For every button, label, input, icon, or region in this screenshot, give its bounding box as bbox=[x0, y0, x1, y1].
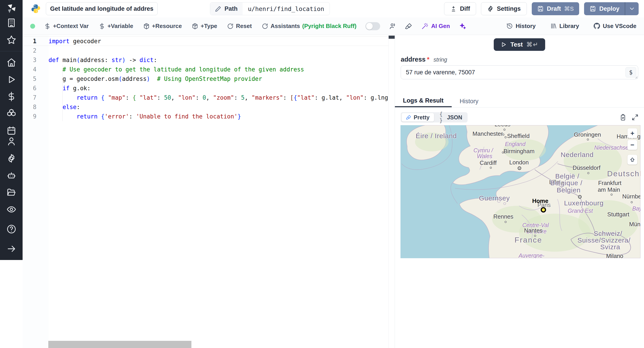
code-line-7[interactable]: 7 return { "map": { "lat": 50, "lon": 0,… bbox=[22, 93, 388, 102]
bot-icon bbox=[6, 170, 16, 180]
sidebar-item-bot[interactable] bbox=[6, 170, 17, 181]
map-reset-view-button[interactable] bbox=[628, 155, 637, 164]
sidebar-item-home[interactable] bbox=[6, 57, 17, 68]
map-city-dot bbox=[505, 221, 507, 223]
sidebar-item-help-circle[interactable] bbox=[6, 224, 17, 235]
sidebar-item-calendar[interactable] bbox=[6, 125, 17, 136]
map-city-dot bbox=[502, 152, 504, 154]
toolbar-reset-button[interactable]: Reset bbox=[227, 23, 252, 30]
sidebar-item-boxes[interactable] bbox=[6, 108, 17, 119]
toolbar-label: History bbox=[516, 23, 536, 30]
resize-handle-icon[interactable] bbox=[634, 75, 638, 79]
multiplayer-toggle[interactable] bbox=[366, 22, 380, 30]
line-text: g = geocoder.osm(address) # Using OpenSt… bbox=[36, 74, 388, 84]
settings-button[interactable]: Settings bbox=[481, 2, 527, 15]
code-line-3[interactable]: 3def main(address: str) -> dict: bbox=[22, 55, 388, 65]
required-asterisk: * bbox=[427, 56, 429, 63]
line-text: return {'error': 'Unable to find the loc… bbox=[36, 112, 388, 121]
code-line-5[interactable]: 5 g = geocoder.osm(address) # Using Open… bbox=[22, 74, 388, 84]
code-area[interactable]: 1import geocoder23def main(address: str)… bbox=[22, 37, 388, 121]
toolbar-label: +Context Var bbox=[53, 23, 89, 30]
eye-icon bbox=[6, 205, 16, 214]
diff-button[interactable]: Diff bbox=[444, 2, 476, 15]
sidebar-item-building[interactable] bbox=[6, 18, 17, 28]
package-icon bbox=[143, 23, 150, 30]
deploy-dropdown-button[interactable] bbox=[625, 2, 639, 15]
sidebar-item-folder-open[interactable] bbox=[6, 187, 17, 198]
editor-horizontal-scrollbar[interactable] bbox=[48, 341, 192, 348]
diff-icon bbox=[450, 5, 457, 12]
result-map[interactable]: LeedsÉire / IrelandManchesterSheffieldEn… bbox=[400, 125, 640, 258]
toolbar-use-vscode-button[interactable]: Use VScode bbox=[594, 23, 636, 30]
toolbar-history-button[interactable]: History bbox=[506, 23, 536, 30]
editor-scrollbar-column[interactable] bbox=[388, 35, 395, 348]
map-city-dot bbox=[631, 201, 633, 203]
toolbar-assistants-button[interactable]: Assistants (Pyright Black Ruff) bbox=[262, 23, 356, 30]
map-controls: + − bbox=[628, 128, 637, 164]
folder-open-icon bbox=[6, 188, 16, 197]
path-widget[interactable]: Path u/henri/find_location bbox=[210, 2, 330, 15]
code-line-1[interactable]: 1import geocoder bbox=[22, 37, 388, 46]
paintbrush-icon bbox=[406, 115, 412, 120]
clipboard-copy-icon[interactable] bbox=[620, 114, 626, 121]
sidebar-item-settings[interactable] bbox=[6, 153, 17, 164]
paintbrush-icon[interactable] bbox=[405, 23, 412, 30]
toolbar-resource-button[interactable]: +Resource bbox=[143, 23, 182, 30]
wand-icon bbox=[421, 23, 428, 30]
map-city-dot bbox=[502, 134, 504, 136]
line-number: 8 bbox=[22, 102, 36, 112]
map-zoom-out-button[interactable]: − bbox=[628, 140, 637, 150]
tab-history[interactable]: History bbox=[452, 95, 486, 107]
argument-label: address* string bbox=[395, 51, 644, 65]
users-icon[interactable] bbox=[389, 23, 396, 30]
map-city-dot bbox=[587, 139, 589, 141]
sidebar-item-star[interactable] bbox=[6, 35, 17, 45]
view-label: Pretty bbox=[414, 114, 430, 121]
view-json-button[interactable]: { }JSON bbox=[435, 113, 467, 122]
windmill-logo[interactable] bbox=[0, 0, 22, 18]
code-line-6[interactable]: 6 if g.ok: bbox=[22, 84, 388, 93]
sidebar-item-dollar-sign[interactable] bbox=[6, 91, 17, 102]
draft-shortcut: ⌘S bbox=[564, 5, 574, 12]
view-pretty-button[interactable]: Pretty bbox=[402, 113, 434, 122]
draft-button[interactable]: Draft ⌘S bbox=[532, 2, 579, 15]
sidebar-item-arrow-right[interactable] bbox=[6, 243, 17, 254]
sidebar-item-play[interactable] bbox=[6, 74, 17, 85]
line-text: if g.ok: bbox=[36, 84, 388, 93]
tab-logs-result[interactable]: Logs & Result bbox=[395, 95, 452, 107]
address-input[interactable] bbox=[401, 65, 638, 79]
sidebar-item-eye[interactable] bbox=[6, 204, 17, 215]
map-home-marker[interactable] bbox=[541, 207, 546, 213]
map-zoom-in-button[interactable]: + bbox=[628, 128, 637, 138]
ai-gen-button[interactable]: AI Gen bbox=[421, 23, 450, 30]
expand-icon[interactable] bbox=[632, 114, 639, 121]
windmill-logo-icon bbox=[6, 3, 17, 15]
code-editor[interactable]: 1import geocoder23def main(address: str)… bbox=[22, 35, 395, 348]
test-button[interactable]: Test ⌘↵ bbox=[494, 38, 545, 51]
sidebar-item-user[interactable] bbox=[6, 136, 17, 147]
code-line-9[interactable]: 9 return {'error': 'Unable to find the l… bbox=[22, 112, 388, 121]
toolbar-label: Reset bbox=[236, 23, 252, 30]
main-area: Path u/henri/find_location Diff Settings… bbox=[22, 0, 644, 348]
line-number: 3 bbox=[22, 55, 36, 65]
line-number: 5 bbox=[22, 74, 36, 84]
package-icon bbox=[192, 23, 198, 30]
map-base bbox=[400, 125, 640, 258]
script-name-input[interactable] bbox=[46, 2, 158, 15]
toolbar-library-button[interactable]: Library bbox=[550, 23, 579, 30]
line-number: 4 bbox=[22, 65, 36, 74]
path-value: u/henri/find_location bbox=[242, 3, 330, 15]
toolbar-contextvar-button[interactable]: +Context Var bbox=[44, 23, 89, 30]
code-line-2[interactable]: 2 bbox=[22, 46, 388, 55]
line-text bbox=[36, 46, 388, 55]
code-line-4[interactable]: 4 # Use geocoder to get the latitude and… bbox=[22, 65, 388, 74]
editor-scrollbar-thumb[interactable] bbox=[389, 36, 395, 39]
toolbar-type-button[interactable]: +Type bbox=[192, 23, 217, 30]
rotate-cw-icon bbox=[227, 23, 234, 30]
deploy-button[interactable]: Deploy bbox=[584, 2, 625, 15]
code-line-8[interactable]: 8 else: bbox=[22, 102, 388, 112]
toolbar-variable-button[interactable]: +Variable bbox=[98, 23, 133, 30]
map-city-dot bbox=[490, 167, 492, 169]
sparkles-icon[interactable] bbox=[459, 23, 466, 30]
user-icon bbox=[6, 136, 16, 146]
